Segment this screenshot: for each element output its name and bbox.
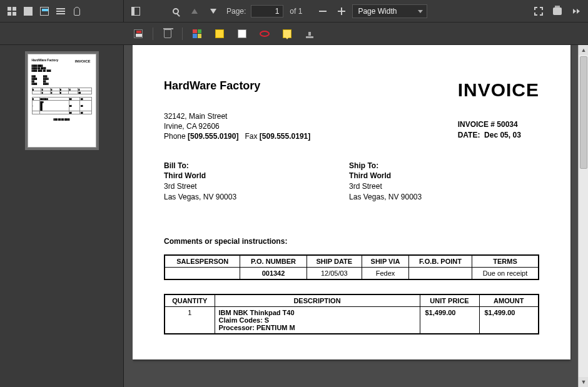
- item-qty: 1: [165, 306, 215, 334]
- col-terms: TERMS: [472, 255, 539, 268]
- bookmarks-button[interactable]: [36, 3, 53, 19]
- highlight-button[interactable]: [211, 26, 228, 42]
- save-button[interactable]: [130, 26, 146, 42]
- thumbnails-icon: [8, 7, 16, 16]
- oval-icon: [260, 31, 270, 37]
- outline-button[interactable]: [53, 3, 69, 19]
- panel-icon: [131, 7, 140, 16]
- chevrons-right-icon: [573, 9, 580, 14]
- stamp-button[interactable]: [302, 26, 318, 42]
- comments-label: Comments or special instructions:: [164, 237, 539, 246]
- page-number-input[interactable]: [251, 5, 283, 18]
- stamp-icon: [305, 29, 314, 38]
- zoom-in-button[interactable]: [333, 3, 350, 19]
- rectangle-button[interactable]: [234, 26, 250, 42]
- search-button[interactable]: [168, 3, 184, 19]
- ship-to-block: Ship To: Third World 3rd Street Las Vega…: [349, 161, 422, 203]
- page-viewer: INVOICE INVOICE # 50034 DATE: Dec 05, 03…: [124, 45, 588, 387]
- fax-label: Fax: [245, 132, 257, 141]
- table-header-row: QUANTITY DESCRIPTION UNIT PRICE AMOUNT: [165, 294, 539, 307]
- ship-to-label: Ship To:: [349, 161, 422, 171]
- phone-value: [509.555.0190]: [188, 132, 238, 141]
- print-button[interactable]: [549, 3, 565, 19]
- scroll-thumb[interactable]: [580, 56, 587, 169]
- attachments-button[interactable]: [69, 3, 85, 19]
- toolbar-annotations: [0, 23, 588, 45]
- val-fob: [408, 267, 472, 279]
- invoice-date: Dec 05, 03: [484, 131, 521, 139]
- col-desc: DESCRIPTION: [215, 294, 420, 307]
- bill-to-block: Bill To: Third World 3rd Street Las Vega…: [164, 161, 236, 203]
- minus-icon: [319, 11, 327, 12]
- fullscreen-button[interactable]: [530, 3, 547, 19]
- plus-icon: [338, 8, 345, 15]
- item-amount: $1,499.00: [479, 306, 539, 334]
- scroll-down-button[interactable]: ▼: [579, 377, 588, 387]
- invoice-no-label: INVOICE #: [458, 120, 495, 129]
- page-total-label: of 1: [290, 7, 302, 16]
- bookmark-icon: [40, 7, 49, 16]
- item-desc-line3: Processor: PENTIUM M: [219, 324, 416, 331]
- table-row: 001342 12/05/03 Fedex Due on receipt: [165, 267, 539, 279]
- arrow-up-icon: [191, 9, 198, 14]
- page-scroll-area[interactable]: INVOICE INVOICE # 50034 DATE: Dec 05, 03…: [133, 45, 572, 387]
- fullscreen-icon: [534, 7, 543, 16]
- viewer-body: INVOICE HardWare Factory ████ ████████ █…: [0, 45, 588, 387]
- sidebar-mode-switcher: [0, 0, 124, 22]
- shipping-header-table: SALESPERSON P.O. NUMBER SHIP DATE SHIP V…: [164, 254, 539, 280]
- paperclip-icon: [74, 7, 80, 16]
- line-items-table: QUANTITY DESCRIPTION UNIT PRICE AMOUNT 1…: [164, 294, 539, 334]
- val-shipdate: 12/05/03: [307, 267, 362, 279]
- ship-to-addr1: 3rd Street: [349, 181, 422, 192]
- rectangle-icon: [238, 29, 246, 38]
- highlight-icon: [215, 29, 224, 38]
- fax-value: [509.555.0191]: [260, 132, 310, 141]
- col-shipvia: SHIP VIA: [362, 255, 409, 268]
- next-page-button[interactable]: [205, 3, 221, 19]
- invoice-date-label: DATE:: [458, 131, 480, 139]
- toolbar-divider: [182, 28, 183, 40]
- toolbar-divider: [153, 28, 153, 40]
- ship-to-name: Third World: [349, 171, 422, 181]
- table-row: 1 IBM NBK Thinkpad T40 Claim Codes: S Pr…: [165, 306, 539, 334]
- item-unit: $1,499.00: [420, 306, 479, 334]
- single-page-button[interactable]: [20, 3, 36, 19]
- delete-button[interactable]: [160, 26, 176, 42]
- col-qty: QUANTITY: [165, 294, 215, 307]
- thumbnails-panel: INVOICE HardWare Factory ████ ████████ █…: [0, 45, 124, 387]
- val-shipvia: Fedex: [362, 267, 409, 279]
- table-header-row: SALESPERSON P.O. NUMBER SHIP DATE SHIP V…: [165, 255, 539, 268]
- vertical-scrollbar[interactable]: ▲ ▼: [578, 45, 588, 387]
- bill-to-addr2: Las Vegas, NV 90003: [164, 192, 236, 203]
- zoom-out-button[interactable]: [315, 3, 331, 19]
- print-icon: [553, 8, 562, 15]
- arrow-down-icon: [210, 9, 216, 14]
- bill-to-name: Third World: [164, 171, 236, 181]
- toggle-sidebar-button[interactable]: [128, 3, 144, 19]
- sticky-note-button[interactable]: [279, 26, 295, 42]
- col-unit: UNIT PRICE: [420, 294, 479, 307]
- page-total: 1: [298, 7, 303, 16]
- zoom-mode-value: Page Width: [358, 7, 397, 16]
- page-icon: [24, 7, 33, 16]
- thumb-invoice-title: INVOICE: [75, 59, 91, 63]
- thumbnails-button[interactable]: [4, 3, 20, 19]
- color-grid-button[interactable]: [189, 26, 205, 42]
- zoom-mode-select[interactable]: Page Width: [352, 4, 427, 18]
- item-desc: IBM NBK Thinkpad T40 Claim Codes: S Proc…: [215, 306, 420, 334]
- list-icon: [56, 8, 65, 14]
- toolbar-primary: Page: of 1 Page Width: [0, 0, 588, 23]
- col-shipdate: SHIP DATE: [307, 255, 362, 268]
- trash-icon: [164, 29, 171, 38]
- scroll-up-button[interactable]: ▲: [579, 45, 588, 55]
- page-thumbnail-1[interactable]: INVOICE HardWare Factory ████ ████████ █…: [28, 54, 96, 148]
- color-grid-icon: [193, 29, 201, 38]
- prev-page-button[interactable]: [186, 3, 203, 19]
- invoice-no: 50034: [497, 120, 517, 129]
- col-po: P.O. NUMBER: [240, 255, 307, 268]
- toolbar-primary-right: Page: of 1 Page Width: [124, 3, 588, 19]
- col-amount: AMOUNT: [479, 294, 539, 307]
- sticky-note-icon: [283, 29, 291, 38]
- oval-button[interactable]: [256, 26, 273, 42]
- more-tools-button[interactable]: [568, 3, 584, 19]
